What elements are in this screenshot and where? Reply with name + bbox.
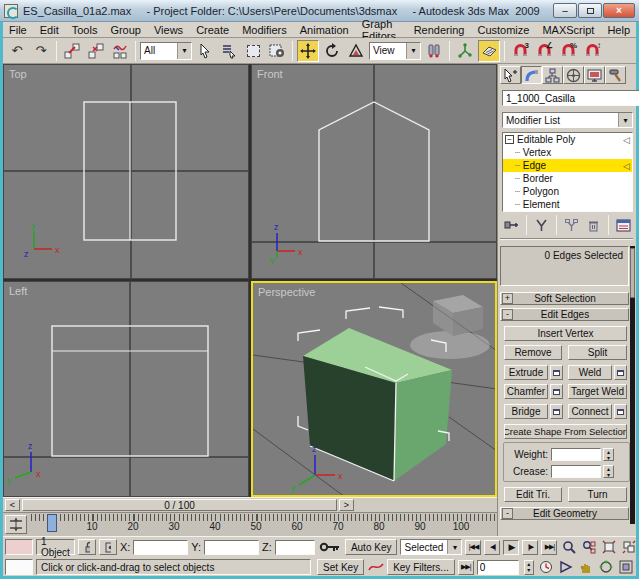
chamfer-settings-button[interactable] [550,384,563,399]
crease-field[interactable] [551,465,601,478]
select-by-name-icon[interactable] [218,40,240,62]
select-and-link-icon[interactable] [61,40,83,62]
tab-create[interactable] [500,66,521,84]
minimize-button[interactable]: – [553,3,577,18]
panel-scrollbar-thumb[interactable] [630,248,635,298]
angle-snap-toggle-icon[interactable]: ∠ [533,40,555,62]
select-and-rotate-icon[interactable] [321,40,343,62]
menu-tools[interactable]: Tools [72,24,98,36]
menu-modifiers[interactable]: Modifiers [242,24,287,36]
current-frame-indicator[interactable] [47,514,57,532]
viewport-front[interactable]: Front z x y [251,64,497,279]
zoom-all-icon[interactable] [580,539,597,555]
tab-utilities[interactable] [605,66,626,84]
expand-icon[interactable]: + [502,293,513,304]
show-end-result-icon[interactable] [532,217,551,233]
undo-button[interactable]: ↶ [6,40,28,62]
open-mini-curve-editor-icon[interactable] [5,515,27,534]
weld-button[interactable]: Weld [568,365,612,380]
rollout-soft-selection[interactable]: + Soft Selection [500,292,629,305]
go-to-start-button[interactable]: |◀◀ [465,540,481,555]
bridge-settings-button[interactable] [550,404,563,419]
modifier-list-dropdown[interactable]: Modifier List ▾ [502,112,633,128]
extrude-button[interactable]: Extrude [504,365,548,380]
zoom-extents-all-icon[interactable] [620,539,637,555]
turn-button[interactable]: Turn [568,487,627,502]
auto-key-button[interactable]: Auto Key [345,539,398,555]
menu-animation[interactable]: Animation [300,24,349,36]
maxscript-macro-recorder[interactable] [5,539,33,555]
zoom-icon[interactable] [560,539,577,555]
weight-field[interactable] [551,448,601,461]
crease-spinner[interactable]: ▴▾ [603,465,614,478]
set-key-button[interactable]: Set Key [317,559,364,575]
remove-modifier-icon[interactable] [584,217,603,233]
menu-file[interactable]: File [9,24,27,36]
edit-tri-button[interactable]: Edit Tri. [504,487,562,502]
menu-create[interactable]: Create [196,24,229,36]
track-bar[interactable]: 0 10 20 30 40 50 60 70 80 90 100 [3,512,497,536]
select-and-manipulate-icon[interactable] [454,40,476,62]
insert-vertex-button[interactable]: Insert Vertex [504,326,627,341]
collapse-icon[interactable]: - [502,309,513,320]
go-to-end-button[interactable]: ▶▶| [541,540,557,555]
window-crossing-toggle-icon[interactable] [266,40,288,62]
viewport-left-label[interactable]: Left [9,285,27,297]
viewport-perspective-label[interactable]: Perspective [258,286,315,298]
time-slider-prev-button[interactable]: < [5,499,20,511]
z-coordinate-field[interactable] [275,540,315,555]
target-weld-button[interactable]: Target Weld [568,384,627,399]
frame-spinner[interactable]: ▴▾ [524,560,534,575]
menu-group[interactable]: Group [110,24,141,36]
field-of-view-icon[interactable] [557,559,574,575]
menu-views[interactable]: Views [154,24,183,36]
viewport-front-label[interactable]: Front [257,68,283,80]
rollout-edit-edges[interactable]: - Edit Edges [500,308,629,321]
play-button[interactable]: ▶ [503,540,519,555]
remove-button[interactable]: Remove [504,345,562,360]
zoom-extents-icon[interactable] [600,539,617,555]
stack-row-vertex[interactable]: ┄ Vertex [503,146,632,159]
bind-to-space-warp-icon[interactable] [109,40,131,62]
collapse-icon[interactable]: − [505,135,514,144]
collapse-icon[interactable]: - [502,508,513,519]
spinner-snap-toggle-icon[interactable]: ↕ [581,40,603,62]
percent-snap-toggle-icon[interactable]: % [557,40,579,62]
current-frame-field[interactable] [477,560,519,575]
y-coordinate-field[interactable] [204,540,259,555]
stack-row-edge[interactable]: ┄ Edge ◁ [503,159,632,172]
x-coordinate-field[interactable] [133,540,188,555]
viewport-left[interactable]: Left z y x [3,281,249,497]
new-key-default-in-tangent-icon[interactable] [367,559,384,575]
pin-stack-icon[interactable] [502,217,521,233]
use-pivot-point-center-icon[interactable] [423,40,445,62]
menu-customize[interactable]: Customize [477,24,529,36]
menu-maxscript[interactable]: MAXScript [542,24,594,36]
time-configuration-icon[interactable] [537,559,554,575]
weight-spinner[interactable]: ▴▾ [603,448,614,461]
absolute-offset-toggle[interactable] [99,539,117,555]
track-bar-ruler[interactable]: 0 10 20 30 40 50 60 70 80 90 100 [31,513,497,537]
next-frame-button[interactable]: |▶ [522,540,538,555]
3dsmax-app-icon[interactable] [4,4,18,18]
key-mode-toggle[interactable]: ▶▶| [458,560,474,575]
key-filters-button[interactable]: Key Filters... [387,559,455,575]
selection-lock-toggle[interactable] [78,539,96,555]
viewport-perspective[interactable]: Perspective [251,281,497,497]
bridge-button[interactable]: Bridge [504,404,548,419]
keyboard-shortcut-override-toggle-icon[interactable] [478,40,500,62]
chamfer-button[interactable]: Chamfer [504,384,548,399]
tab-display[interactable] [584,66,605,84]
panel-scrollbar[interactable] [630,246,635,524]
connect-settings-button[interactable] [614,404,627,419]
stack-row-polygon[interactable]: ┄ Polygon [503,185,632,198]
select-object-icon[interactable] [194,40,216,62]
rollout-edit-geometry[interactable]: - Edit Geometry [500,507,629,520]
reference-coordinate-system-dropdown[interactable]: View ▾ [369,42,421,60]
maximize-viewport-toggle-icon[interactable] [617,559,634,575]
menu-edit[interactable]: Edit [40,24,59,36]
object-name-field[interactable] [502,90,639,106]
weld-settings-button[interactable] [614,365,627,380]
menu-rendering[interactable]: Rendering [414,24,465,36]
menu-help[interactable]: Help [607,24,630,36]
